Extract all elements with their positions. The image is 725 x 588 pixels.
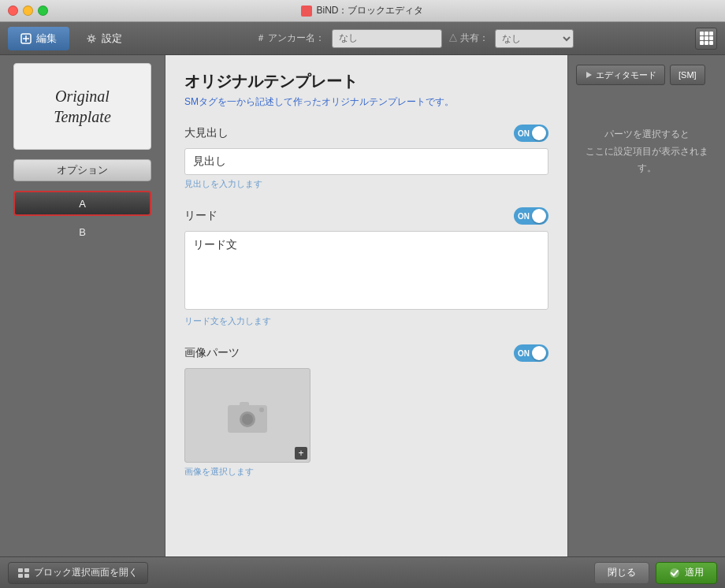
right-panel-toolbar: エディタモード [SM] — [576, 63, 717, 87]
heading-toggle[interactable]: ON — [514, 125, 548, 142]
svg-point-8 — [259, 408, 264, 412]
maximize-window-btn[interactable] — [38, 6, 48, 16]
lead-hint: リード文を入力します — [184, 315, 548, 327]
toolbar-center: ＃ アンカー名： △ 共有： なし — [139, 29, 691, 48]
check-icon — [669, 568, 680, 579]
section-heading-label: 大見出し — [184, 126, 229, 140]
right-panel-hint: パーツを選択すると ここに設定項目が表示されます。 — [576, 126, 717, 177]
center-panel: オリジナルテンプレート SMタグを一から記述して作ったオリジナルテンプレートです… — [165, 55, 567, 556]
share-select[interactable]: なし — [495, 29, 574, 48]
heading-input[interactable] — [184, 148, 548, 175]
section-lead: リード ON リード文 リード文を入力します — [184, 207, 548, 327]
lead-toggle[interactable]: ON — [514, 207, 548, 225]
image-add-icon: + — [295, 447, 307, 460]
anchor-input[interactable] — [332, 29, 442, 48]
svg-rect-13 — [24, 574, 29, 578]
bottom-right-buttons: 閉じる 適用 — [594, 562, 717, 584]
right-panel: エディタモード [SM] パーツを選択すると ここに設定項目が表示されます。 — [567, 55, 725, 556]
image-toggle[interactable]: ON — [514, 344, 548, 362]
section-image-header: 画像パーツ ON — [184, 344, 548, 362]
panel-title: オリジナルテンプレート — [184, 71, 548, 92]
open-block-btn[interactable]: ブロック選択画面を開く — [8, 562, 148, 584]
minimize-window-btn[interactable] — [23, 6, 33, 16]
section-lead-header: リード ON — [184, 207, 548, 225]
image-hint: 画像を選択します — [184, 466, 548, 478]
svg-point-3 — [90, 36, 94, 40]
apply-btn[interactable]: 適用 — [656, 562, 717, 584]
svg-rect-12 — [18, 574, 23, 578]
camera-icon — [224, 396, 271, 435]
edit-tab[interactable]: 編集 — [8, 27, 69, 50]
lead-textarea[interactable]: リード文 — [184, 231, 548, 310]
toggle-knob-image — [532, 346, 546, 360]
bottom-bar: ブロック選択画面を開く 閉じる 適用 — [0, 556, 725, 588]
svg-point-6 — [242, 414, 253, 425]
sidebar-item-b[interactable]: B — [13, 219, 151, 244]
sidebar: Original Template オプション A B — [0, 55, 165, 556]
gear-icon — [86, 33, 97, 44]
main-toolbar: 編集 設定 ＃ アンカー名： △ 共有： なし — [0, 22, 725, 55]
grid-block-icon — [18, 568, 29, 578]
title-bar: BiND：ブロックエディタ — [0, 0, 725, 22]
grid-icon — [700, 32, 713, 45]
editor-mode-btn[interactable]: エディタモード — [576, 65, 665, 85]
toggle-knob — [532, 126, 546, 140]
sidebar-item-a[interactable]: A — [13, 191, 151, 216]
close-btn[interactable]: 閉じる — [594, 562, 649, 584]
svg-rect-7 — [240, 402, 249, 407]
svg-rect-11 — [24, 568, 29, 572]
svg-rect-10 — [18, 568, 23, 572]
main-content: Original Template オプション A B オリジナルテンプレート … — [0, 55, 725, 556]
toolbar-right — [695, 28, 717, 50]
section-heading: 大見出し ON 見出しを入力します — [184, 125, 548, 190]
options-btn[interactable]: オプション — [13, 159, 151, 181]
play-icon — [585, 71, 593, 79]
grid-view-btn[interactable] — [695, 28, 717, 50]
app-icon — [301, 6, 312, 17]
template-preview-title: Original Template — [54, 86, 111, 127]
heading-hint: 見出しを入力します — [184, 178, 548, 190]
section-image-label: 画像パーツ — [184, 346, 240, 360]
toggle-knob-lead — [532, 209, 546, 223]
template-preview: Original Template — [13, 63, 151, 150]
image-placeholder[interactable]: + — [184, 368, 310, 463]
window-controls — [8, 6, 48, 16]
close-window-btn[interactable] — [8, 6, 18, 16]
share-label: △ 共有： — [448, 32, 489, 45]
svg-marker-9 — [586, 72, 592, 78]
section-image: 画像パーツ ON + 画像を選択します — [184, 344, 548, 478]
edit-icon — [20, 33, 32, 44]
window-title: BiND：ブロックエディタ — [301, 4, 423, 17]
section-heading-header: 大見出し ON — [184, 125, 548, 142]
anchor-label: ＃ アンカー名： — [256, 32, 325, 45]
sm-btn[interactable]: [SM] — [670, 65, 705, 85]
settings-tab[interactable]: 設定 — [73, 27, 135, 50]
section-lead-label: リード — [184, 209, 217, 223]
panel-subtitle: SMタグを一から記述して作ったオリジナルテンプレートです。 — [184, 95, 548, 109]
